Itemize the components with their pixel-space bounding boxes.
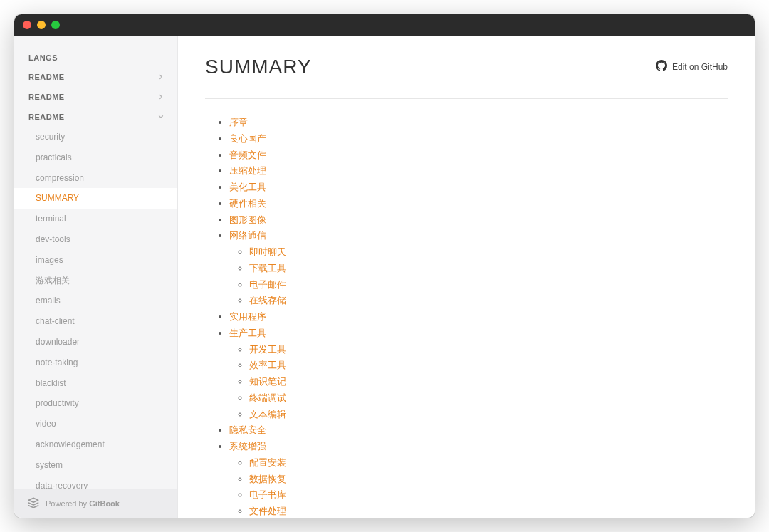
toc-item: 开发工具: [249, 342, 728, 358]
edit-on-github-label: Edit on GitHub: [672, 62, 728, 72]
toc-item: 良心国产: [229, 131, 728, 147]
sidebar-item[interactable]: productivity: [14, 393, 177, 414]
sidebar-item[interactable]: practicals: [14, 147, 177, 168]
sidebar-item[interactable]: data-recovery: [14, 476, 177, 489]
sidebar-item[interactable]: blacklist: [14, 373, 177, 394]
page-body[interactable]: 序章良心国产音频文件压缩处理美化工具硬件相关图形图像网络通信即时聊天下载工具电子…: [178, 78, 755, 518]
toc-link[interactable]: 序章: [229, 117, 248, 127]
sidebar-group-header[interactable]: LANGS: [14, 48, 177, 67]
toc-link[interactable]: 终端调试: [249, 392, 286, 403]
app-window: LANGSREADMEREADMEREADMEsecuritypractical…: [14, 14, 755, 518]
sidebar-group-header[interactable]: README: [14, 87, 177, 107]
window-close-button[interactable]: [23, 21, 31, 29]
toc-link[interactable]: 美化工具: [229, 182, 266, 192]
sidebar-group-label: README: [28, 93, 65, 101]
toc-link[interactable]: 配置安装: [249, 457, 286, 468]
toc-link[interactable]: 生产工具: [229, 328, 266, 338]
toc-link[interactable]: 下载工具: [249, 263, 286, 273]
toc-item: 硬件相关: [229, 196, 728, 212]
toc-item: 文件处理: [249, 504, 728, 518]
page-header: SUMMARY Edit on GitHub: [178, 36, 755, 78]
sidebar-item[interactable]: system: [14, 455, 177, 476]
sidebar-scroll[interactable]: LANGSREADMEREADMEREADMEsecuritypractical…: [14, 36, 177, 489]
github-icon: [656, 60, 667, 73]
toc-link[interactable]: 效率工具: [249, 360, 286, 370]
toc-item: 配置安装: [249, 455, 728, 471]
toc-link[interactable]: 图形图像: [229, 214, 266, 225]
toc-item: 音频文件: [229, 147, 728, 164]
app-body: LANGSREADMEREADMEREADMEsecuritypractical…: [14, 36, 755, 518]
divider: [205, 98, 728, 99]
sidebar-group-label: LANGS: [28, 53, 58, 62]
sidebar-item[interactable]: note-taking: [14, 353, 177, 373]
sidebar-item[interactable]: emails: [14, 291, 177, 311]
sidebar-item[interactable]: video: [14, 414, 177, 434]
toc-link[interactable]: 开发工具: [249, 344, 286, 355]
toc-item: 网络通信即时聊天下载工具电子邮件在线存储: [229, 228, 728, 309]
sidebar-sublist: securitypracticalscompressionSUMMARYterm…: [14, 127, 177, 489]
toc-item: 序章: [229, 115, 728, 131]
toc-link[interactable]: 硬件相关: [229, 198, 266, 209]
toc-link[interactable]: 文件处理: [249, 506, 286, 516]
sidebar-item[interactable]: compression: [14, 168, 177, 189]
window-minimize-button[interactable]: [37, 21, 46, 29]
sidebar: LANGSREADMEREADMEREADMEsecuritypractical…: [14, 36, 178, 518]
titlebar: [14, 14, 755, 36]
toc-item: 电子书库: [249, 487, 728, 504]
toc-link[interactable]: 文本编辑: [249, 409, 286, 419]
toc-link[interactable]: 压缩处理: [229, 165, 266, 176]
toc-item: 知识笔记: [249, 374, 728, 390]
toc-list: 序章良心国产音频文件压缩处理美化工具硬件相关图形图像网络通信即时聊天下载工具电子…: [205, 115, 728, 518]
sidebar-group-header[interactable]: README: [14, 107, 177, 127]
toc-link[interactable]: 音频文件: [229, 150, 266, 160]
sidebar-footer-text: Powered by GitBook: [46, 499, 120, 508]
toc-item: 生产工具开发工具效率工具知识笔记终端调试文本编辑: [229, 325, 728, 423]
sidebar-footer[interactable]: Powered by GitBook: [14, 489, 177, 518]
toc-item: 文本编辑: [249, 407, 728, 423]
chevron-right-icon: [156, 92, 166, 102]
toc-link[interactable]: 网络通信: [229, 230, 266, 241]
toc-item: 系统增强配置安装数据恢复电子书库文件处理游戏相关: [229, 439, 728, 518]
toc-link[interactable]: 知识笔记: [249, 376, 286, 387]
toc-item: 效率工具: [249, 358, 728, 374]
sidebar-item[interactable]: images: [14, 250, 177, 271]
content: SUMMARY Edit on GitHub 序章良心国产音频文件压缩处理美化工…: [178, 36, 755, 518]
toc-link[interactable]: 数据恢复: [249, 474, 286, 484]
toc-item: 实用程序: [229, 309, 728, 325]
toc-link[interactable]: 在线存储: [249, 295, 286, 306]
window-zoom-button[interactable]: [51, 21, 60, 29]
toc-link[interactable]: 隐私安全: [229, 424, 266, 435]
sidebar-item[interactable]: security: [14, 127, 177, 147]
sidebar-group-header[interactable]: README: [14, 67, 177, 87]
chevron-down-icon: [156, 112, 166, 122]
toc-link[interactable]: 良心国产: [229, 133, 266, 144]
chevron-right-icon: [156, 72, 166, 82]
toc-item: 终端调试: [249, 390, 728, 407]
toc-link[interactable]: 电子书库: [249, 489, 286, 500]
toc-link[interactable]: 系统增强: [229, 441, 266, 452]
toc-link[interactable]: 实用程序: [229, 311, 266, 322]
toc-item: 图形图像: [229, 212, 728, 229]
toc-item: 隐私安全: [229, 422, 728, 439]
gitbook-icon: [27, 496, 40, 511]
sidebar-item[interactable]: SUMMARY: [14, 188, 177, 209]
toc-item: 美化工具: [229, 179, 728, 196]
sidebar-item[interactable]: downloader: [14, 332, 177, 353]
sidebar-group-label: README: [28, 73, 65, 81]
toc-sublist: 开发工具效率工具知识笔记终端调试文本编辑: [229, 342, 728, 423]
toc-link[interactable]: 即时聊天: [249, 246, 286, 257]
edit-on-github-link[interactable]: Edit on GitHub: [656, 56, 728, 73]
sidebar-item[interactable]: terminal: [14, 209, 177, 229]
toc-item: 电子邮件: [249, 277, 728, 293]
sidebar-item[interactable]: dev-tools: [14, 229, 177, 250]
sidebar-item[interactable]: chat-client: [14, 311, 177, 332]
sidebar-item[interactable]: acknowledgement: [14, 434, 177, 455]
toc-item: 即时聊天: [249, 244, 728, 261]
sidebar-item[interactable]: 游戏相关: [14, 271, 177, 291]
toc-item: 数据恢复: [249, 471, 728, 488]
toc-link[interactable]: 电子邮件: [249, 279, 286, 290]
page-title: SUMMARY: [205, 56, 312, 78]
toc-item: 在线存储: [249, 293, 728, 309]
toc-item: 压缩处理: [229, 163, 728, 179]
sidebar-nav: LANGSREADMEREADMEREADMEsecuritypractical…: [14, 48, 177, 489]
